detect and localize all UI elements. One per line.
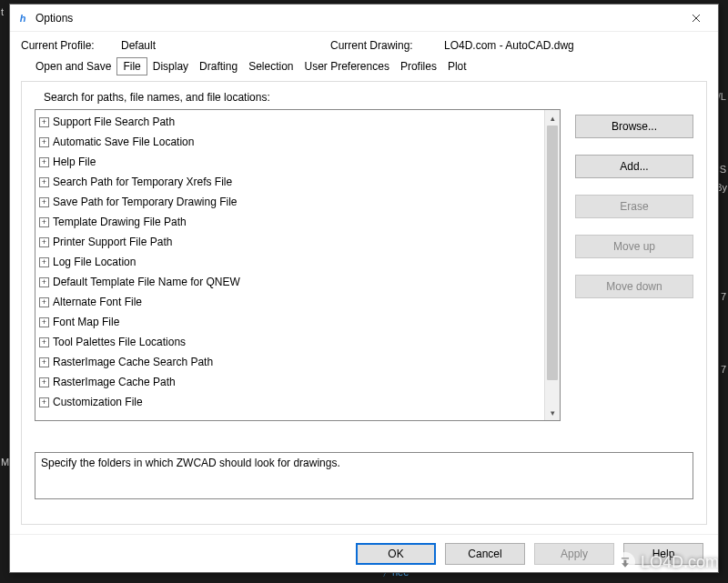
close-icon	[692, 14, 701, 23]
scroll-thumb[interactable]	[547, 126, 558, 380]
options-dialog: h Options Current Profile: Default Curre…	[9, 4, 719, 573]
bg-text: M	[1, 457, 9, 467]
expand-icon[interactable]: +	[39, 197, 49, 207]
tree-item-label: Help File	[53, 156, 96, 168]
expand-icon[interactable]: +	[39, 237, 49, 247]
scrollbar[interactable]: ▴ ▾	[544, 110, 560, 420]
drawing-label: Current Drawing:	[330, 39, 444, 52]
bg-text: 7	[721, 291, 726, 302]
expand-icon[interactable]: +	[39, 357, 49, 367]
path-tree[interactable]: +Support File Search Path+Automatic Save…	[35, 109, 561, 421]
expand-icon[interactable]: +	[39, 177, 49, 187]
file-panel: Search for paths, file names, and file l…	[21, 81, 707, 525]
tree-item[interactable]: +RasterImage Cache Search Path	[35, 352, 544, 372]
expand-icon[interactable]: +	[39, 257, 49, 267]
bg-text: 7	[721, 364, 726, 375]
tree-item-label: Log File Location	[53, 256, 136, 268]
tree-item[interactable]: +Tool Palettes File Locations	[35, 332, 544, 352]
move-up-button[interactable]: Move up	[575, 235, 693, 258]
titlebar: h Options	[10, 5, 718, 32]
cancel-button[interactable]: Cancel	[445, 543, 525, 565]
tree-item-label: RasterImage Cache Search Path	[53, 356, 213, 368]
tree-item-label: Alternate Font File	[53, 296, 142, 308]
bg-text: /L	[718, 91, 726, 102]
description-box: Specify the folders in which ZWCAD shoul…	[35, 452, 693, 499]
expand-icon[interactable]: +	[39, 277, 49, 287]
tree-item[interactable]: +Template Drawing File Path	[35, 212, 544, 232]
tab-display[interactable]: Display	[147, 57, 194, 75]
header-info-row: Current Profile: Default Current Drawing…	[21, 39, 707, 52]
expand-icon[interactable]: +	[39, 217, 49, 227]
tab-user-preferences[interactable]: User Preferences	[299, 57, 395, 75]
move-down-button[interactable]: Move down	[575, 275, 693, 298]
tree-item[interactable]: +Help File	[35, 152, 544, 172]
expand-icon[interactable]: +	[39, 397, 49, 407]
side-button-column: Browse... Add... Erase Move up Move down	[575, 109, 693, 421]
expand-icon[interactable]: +	[39, 317, 49, 327]
tree-item-label: Automatic Save File Location	[53, 136, 194, 148]
scroll-up-icon[interactable]: ▴	[545, 110, 560, 126]
tree-item[interactable]: +Default Template File Name for QNEW	[35, 272, 544, 292]
window-title: Options	[35, 12, 680, 25]
tree-item-label: Tool Palettes File Locations	[53, 336, 186, 348]
tree-item[interactable]: +Printer Support File Path	[35, 232, 544, 252]
profile-value: Default	[121, 39, 330, 52]
tree-item[interactable]: +Search Path for Temporary Xrefs File	[35, 172, 544, 192]
tree-item-label: Printer Support File Path	[53, 236, 172, 248]
expand-icon[interactable]: +	[39, 377, 49, 387]
tree-item-label: Customization File	[53, 396, 143, 408]
tree-item-label: Default Template File Name for QNEW	[53, 276, 240, 288]
tree-item-label: Search Path for Temporary Xrefs File	[53, 176, 232, 188]
tree-item[interactable]: +RasterImage Cache Path	[35, 372, 544, 392]
expand-icon[interactable]: +	[39, 337, 49, 347]
tab-file[interactable]: File	[116, 57, 147, 75]
add-button[interactable]: Add...	[575, 155, 693, 178]
tab-drafting[interactable]: Drafting	[194, 57, 243, 75]
tree-item-label: Support File Search Path	[53, 116, 175, 128]
tree-item[interactable]: +Font Map File	[35, 312, 544, 332]
tree-item-label: Font Map File	[53, 316, 119, 328]
expand-icon[interactable]: +	[39, 157, 49, 167]
expand-icon[interactable]: +	[39, 117, 49, 127]
erase-button[interactable]: Erase	[575, 195, 693, 218]
tab-selection[interactable]: Selection	[243, 57, 298, 75]
panel-heading: Search for paths, file names, and file l…	[44, 91, 693, 104]
tree-item-label: Template Drawing File Path	[53, 216, 187, 228]
ok-button[interactable]: OK	[356, 543, 436, 565]
tree-item[interactable]: +Automatic Save File Location	[35, 132, 544, 152]
bg-text: S	[720, 164, 726, 175]
help-button[interactable]: Help	[623, 543, 703, 565]
app-icon: h	[15, 11, 30, 25]
apply-button[interactable]: Apply	[534, 543, 614, 565]
tab-open-and-save[interactable]: Open and Save	[30, 57, 116, 75]
tree-item[interactable]: +Log File Location	[35, 252, 544, 272]
scroll-down-icon[interactable]: ▾	[545, 405, 560, 420]
tree-item-label: RasterImage Cache Path	[53, 376, 176, 388]
browse-button[interactable]: Browse...	[575, 115, 693, 138]
tab-strip: Open and Save File Display Drafting Sele…	[30, 57, 707, 75]
expand-icon[interactable]: +	[39, 137, 49, 147]
description-text: Specify the folders in which ZWCAD shoul…	[41, 457, 340, 469]
tree-item[interactable]: +Support File Search Path	[35, 112, 544, 132]
drawing-value: LO4D.com - AutoCAD.dwg	[444, 39, 574, 52]
tree-item[interactable]: +Save Path for Temporary Drawing File	[35, 192, 544, 212]
tab-plot[interactable]: Plot	[442, 57, 472, 75]
bg-text: t	[1, 6, 4, 17]
tree-item[interactable]: +Alternate Font File	[35, 292, 544, 312]
dialog-button-row: OK Cancel Apply Help	[10, 534, 718, 572]
tree-item-label: Save Path for Temporary Drawing File	[53, 196, 238, 208]
tab-profiles[interactable]: Profiles	[395, 57, 442, 75]
tree-item[interactable]: +Customization File	[35, 392, 544, 412]
close-button[interactable]	[680, 7, 713, 29]
expand-icon[interactable]: +	[39, 297, 49, 307]
profile-label: Current Profile:	[21, 39, 121, 52]
